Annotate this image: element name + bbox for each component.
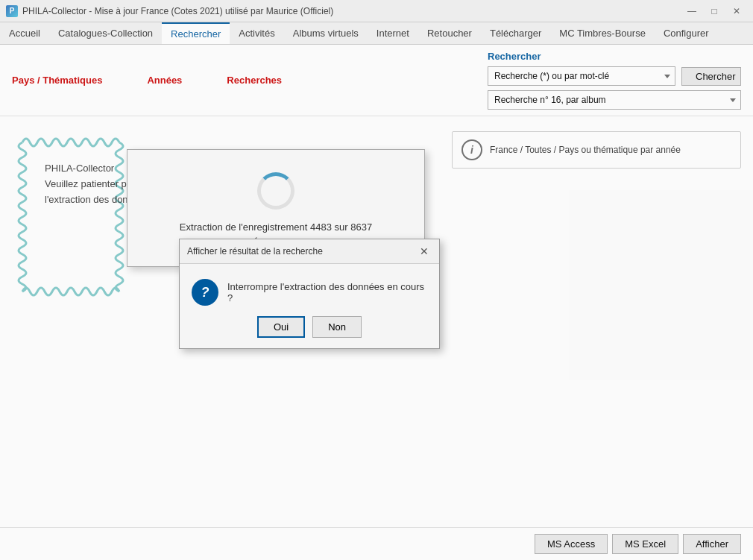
confirm-message: Interrompre l'extraction des données en … (227, 281, 427, 303)
confirm-dialog-title: Afficher le résultat de la recherche (187, 246, 323, 257)
confirm-buttons: Oui Non (180, 316, 439, 348)
confirm-body: ? Interrompre l'extraction des données e… (180, 264, 439, 316)
confirm-dialog: Afficher le résultat de la recherche ✕ ?… (179, 239, 440, 349)
non-button[interactable]: Non (312, 316, 362, 338)
question-icon: ? (192, 279, 218, 306)
confirm-titlebar: Afficher le résultat de la recherche ✕ (180, 239, 439, 264)
app-window: P PHILA-Collector - Mise à jour France (… (0, 0, 753, 560)
oui-button[interactable]: Oui (257, 316, 305, 338)
loading-spinner (257, 172, 294, 210)
confirm-close-button[interactable]: ✕ (417, 244, 432, 259)
